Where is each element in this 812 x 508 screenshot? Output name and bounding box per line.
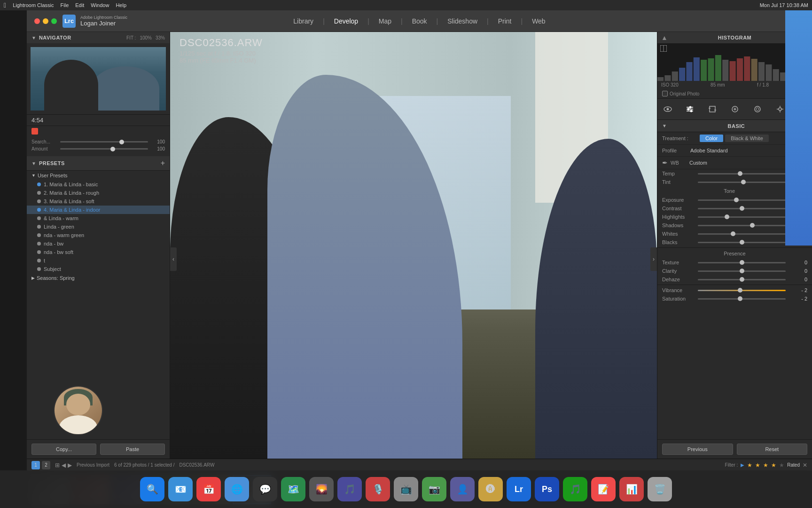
close-button[interactable]: [34, 18, 40, 24]
podcasts-icon[interactable]: 🎙️: [366, 477, 390, 501]
menu-edit[interactable]: Edit: [75, 2, 84, 8]
safari-icon[interactable]: 🌐: [225, 477, 249, 501]
powerpoint-icon[interactable]: 📊: [619, 477, 644, 501]
copy-button[interactable]: Copy...: [31, 444, 96, 455]
music-icon[interactable]: 🎵: [337, 477, 362, 501]
tint-thumb[interactable]: [741, 180, 746, 184]
shadows-thumb[interactable]: [750, 223, 755, 228]
eyedropper-icon[interactable]: ✒: [662, 159, 668, 167]
lightroom-dock-icon[interactable]: Lr: [507, 477, 531, 501]
original-photo-checkbox[interactable]: [662, 91, 668, 96]
right-panel-toggle[interactable]: ›: [650, 247, 657, 271]
preset-item[interactable]: t: [27, 256, 170, 265]
preset-item[interactable]: & Linda - warm: [27, 214, 170, 222]
vibrance-slider[interactable]: [698, 290, 786, 291]
temp-slider[interactable]: [698, 173, 786, 175]
preset-item[interactable]: nda - bw: [27, 239, 170, 248]
preset-item[interactable]: Linda - green: [27, 222, 170, 231]
filter-close-icon[interactable]: ✕: [803, 462, 807, 468]
seasons-header[interactable]: ▶ Seasons: Spring: [27, 273, 170, 283]
sliders-icon[interactable]: [683, 103, 696, 116]
nav-map[interactable]: Map: [379, 17, 391, 25]
star-2-icon[interactable]: ★: [755, 462, 760, 468]
prev-nav-icon[interactable]: ◀: [62, 462, 66, 468]
menu-lightroom[interactable]: Lightroom Classic: [13, 2, 54, 8]
exposure-thumb[interactable]: [734, 198, 739, 202]
apple-menu[interactable]: : [4, 1, 6, 9]
presets-add-button[interactable]: +: [161, 159, 165, 167]
previous-button[interactable]: Previous: [662, 444, 733, 455]
page-2-button[interactable]: 2: [42, 461, 50, 469]
shadows-slider[interactable]: [698, 225, 786, 226]
grid-view-icon[interactable]: ⊞: [55, 462, 60, 468]
contrast-slider[interactable]: [698, 208, 786, 209]
user-presets-header[interactable]: ▼ User Presets: [27, 171, 170, 180]
spotify-icon[interactable]: 🎵: [563, 477, 587, 501]
photoshop-dock-icon[interactable]: Ps: [535, 477, 559, 501]
nav-fit-label[interactable]: FIT :: [126, 35, 136, 40]
contacts-icon[interactable]: 👤: [450, 477, 475, 501]
nav-web[interactable]: Web: [532, 17, 546, 25]
whites-thumb[interactable]: [731, 231, 735, 236]
texture-thumb[interactable]: [740, 260, 744, 265]
star-3-icon[interactable]: ★: [763, 462, 768, 468]
eye-icon[interactable]: [661, 103, 674, 116]
messages-icon[interactable]: 💬: [253, 477, 277, 501]
temp-thumb[interactable]: [738, 171, 742, 176]
reset-button[interactable]: Reset: [737, 444, 808, 455]
tint-slider[interactable]: [698, 182, 786, 183]
amount-thumb[interactable]: [110, 147, 115, 151]
bw-button[interactable]: Black & White: [725, 135, 768, 142]
next-nav-icon[interactable]: ▶: [68, 462, 72, 468]
nav-zoom-custom[interactable]: 33%: [156, 35, 165, 40]
contrast-thumb[interactable]: [740, 206, 744, 211]
shadow-clipping-icon[interactable]: [660, 45, 667, 53]
preset-item[interactable]: 2. Maria & Linda - rough: [27, 189, 170, 197]
preset-item-active[interactable]: 4. Maria & Linda - indoor: [27, 206, 170, 214]
star-5-icon[interactable]: ★: [779, 462, 784, 468]
clarity-thumb[interactable]: [740, 269, 744, 273]
star-1-icon[interactable]: ★: [747, 462, 752, 468]
notes-icon[interactable]: 📝: [591, 477, 616, 501]
presets-header[interactable]: ▼ Presets +: [27, 156, 170, 171]
radial-icon[interactable]: [751, 103, 764, 116]
page-1-button[interactable]: 1: [31, 461, 40, 469]
mail-icon[interactable]: 📧: [168, 477, 193, 501]
heal-icon[interactable]: [728, 103, 742, 116]
crop-icon[interactable]: [706, 103, 719, 116]
paste-button[interactable]: Paste: [100, 444, 165, 455]
calendar-icon[interactable]: 📅: [196, 477, 221, 501]
menu-file[interactable]: File: [61, 2, 69, 8]
nav-book[interactable]: Book: [412, 17, 427, 25]
blacks-thumb[interactable]: [740, 240, 744, 245]
nav-library[interactable]: Library: [293, 17, 313, 25]
preset-item[interactable]: 1. Maria & Linda - basic: [27, 180, 170, 189]
nav-slideshow[interactable]: Slideshow: [447, 17, 477, 25]
saturation-slider[interactable]: [698, 298, 786, 300]
exposure-slider[interactable]: [698, 199, 786, 201]
menu-window[interactable]: Window: [91, 2, 109, 8]
texture-slider[interactable]: [698, 262, 786, 263]
trash-icon[interactable]: 🗑️: [648, 477, 672, 501]
nav-print[interactable]: Print: [498, 17, 512, 25]
blacks-slider[interactable]: [698, 242, 786, 243]
minimize-button[interactable]: [43, 18, 48, 24]
search-thumb[interactable]: [119, 140, 124, 144]
dehaze-slider[interactable]: [698, 279, 786, 280]
clarity-slider[interactable]: [698, 270, 786, 272]
finder-icon[interactable]: 🔍: [140, 477, 164, 501]
nav-zoom-100[interactable]: 100%: [140, 35, 152, 40]
color-button[interactable]: Color: [700, 135, 723, 142]
facetime-icon[interactable]: 📷: [422, 477, 446, 501]
nav-develop[interactable]: Develop: [334, 17, 358, 25]
photos-icon[interactable]: 🌄: [309, 477, 334, 501]
navigator-header[interactable]: ▼ Navigator FIT : 100% 33%: [27, 32, 170, 43]
appstore-icon[interactable]: 🅐: [478, 477, 503, 501]
maximize-button[interactable]: [51, 18, 57, 24]
left-panel-toggle[interactable]: ‹: [170, 247, 177, 271]
star-4-icon[interactable]: ★: [771, 462, 776, 468]
appletv-icon[interactable]: 📺: [394, 477, 418, 501]
highlights-thumb[interactable]: [725, 214, 729, 219]
highlights-slider[interactable]: [698, 216, 786, 218]
whites-slider[interactable]: [698, 233, 786, 235]
